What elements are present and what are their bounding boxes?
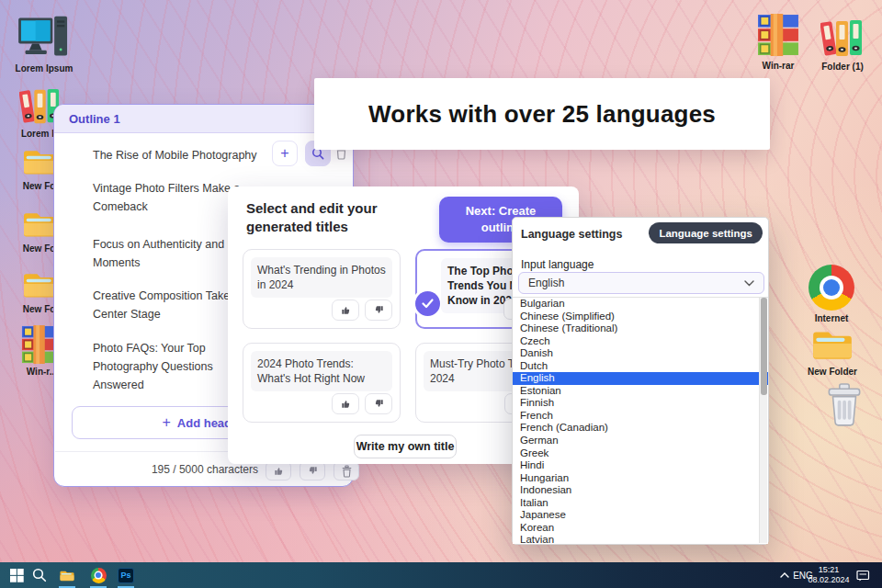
computer-icon [17,13,72,61]
desktop-icon-computer[interactable]: Lorem Ipsum [11,13,77,74]
search-icon [32,568,47,582]
taskbar-action-center[interactable] [853,562,873,588]
taskbar-clock[interactable]: 15:21 08.02.2024 [803,565,854,585]
desktop-icon-folder1-top[interactable]: Folder (1) [818,18,867,72]
language-option[interactable]: Japanese [513,509,768,522]
desktop-icon-recycle-bin[interactable] [823,382,865,432]
icon-label: Folder (1) [821,62,864,72]
taskbar-chrome[interactable] [88,562,108,588]
taskbar-show-hidden-icons[interactable] [777,562,792,588]
language-option[interactable]: Chinese (Traditional) [513,322,768,335]
language-option[interactable]: Hungarian [513,472,768,485]
language-option[interactable]: Latvian [513,534,768,544]
icon-label: Lorem Ipsum [16,63,74,74]
desktop-icon-new-folder-right[interactable]: New Folder [807,325,858,377]
plus-icon: + [162,415,170,430]
taskbar-time: 15:21 [803,565,854,575]
thumbs-up-icon [273,465,285,477]
windows-logo-icon [10,569,24,582]
taskbar-file-explorer[interactable] [57,562,77,588]
thumbs-up-button[interactable] [332,300,359,321]
trash-icon [341,465,353,478]
input-language-label: Input language [521,258,594,271]
language-option[interactable]: Bulgarian [513,298,768,311]
chevron-down-icon [744,280,754,287]
popup-title: Language settings [521,228,622,241]
title-card-text: 2024 Photo Trends: What's Hot Right Now [251,351,392,391]
taskbar: Ps ENG 15:21 08.02.2024 [0,562,882,588]
icon-label: New Folder [808,367,857,377]
outline-window-header[interactable]: Outline 1 [54,105,353,133]
thumbs-up-button[interactable] [332,393,359,414]
binders-icon [820,18,865,59]
outline-item[interactable]: The Rise of Mobile Photography [93,146,263,164]
language-option[interactable]: German [513,435,768,447]
photoshop-icon: Ps [118,568,134,583]
plus-icon: + [280,146,288,161]
language-option-selected[interactable]: English [513,372,768,385]
selected-language-value: English [528,277,564,289]
icon-label: Win-rar [763,61,795,71]
scrollbar-track[interactable] [759,298,767,543]
folder-icon [809,325,855,364]
add-item-button[interactable]: + [272,141,298,166]
languages-banner: Works with over 25 languages [314,78,770,150]
language-option[interactable]: Indonesian [513,484,768,497]
language-option[interactable]: Finnish [513,397,768,410]
character-counter: 195 / 5000 characters [54,463,258,476]
icon-label: Win-r.. [27,367,54,377]
folder-icon [59,569,75,582]
thumbs-down-icon [373,398,385,410]
taskbar-photoshop[interactable]: Ps [116,562,136,588]
chevron-up-icon [780,572,789,578]
language-options-list: Bulgarian Chinese (Simplified) Chinese (… [513,297,768,544]
title-card-text: What's Trending in Photos in 2024 [251,257,392,298]
thumbs-down-icon [307,465,319,477]
panel-heading: Select and edit your generated titles [246,199,444,236]
language-settings-button[interactable]: Language settings [649,222,763,243]
language-option[interactable]: Hindi [513,459,768,472]
language-settings-popup: Language settings Language settings Inpu… [512,217,769,545]
chrome-icon [91,568,107,583]
delete-outline-button[interactable] [334,461,359,481]
language-option[interactable]: Chinese (Simplified) [513,311,768,323]
title-card-1[interactable]: What's Trending in Photos in 2024 [243,249,401,329]
language-option[interactable]: Greek [513,447,768,460]
notification-icon [856,570,870,582]
outline-window-title: Outline 1 [69,112,120,126]
language-option[interactable]: Danish [513,347,768,360]
language-option[interactable]: French (Canadian) [513,422,768,435]
chrome-icon [808,265,854,311]
winrar-icon [757,12,799,58]
selected-check-icon [415,291,440,316]
desktop-icon-winrar-top[interactable]: Win-rar [755,12,801,71]
title-card-3[interactable]: 2024 Photo Trends: What's Hot Right Now [243,343,401,423]
trash-icon [823,382,865,428]
taskbar-date: 08.02.2024 [803,575,854,585]
icon-label: Internet [815,313,849,323]
thumbs-down-button[interactable] [300,461,325,481]
input-language-select[interactable]: English [518,272,764,294]
banner-text: Works with over 25 languages [368,100,716,129]
desktop-icon-internet[interactable]: Internet [807,265,856,323]
language-option[interactable]: Korean [513,522,768,535]
thumbs-down-icon [373,304,385,316]
scrollbar-thumb[interactable] [761,298,767,395]
language-option[interactable]: Czech [513,335,768,348]
language-option[interactable]: Dutch [513,360,768,373]
language-option[interactable]: French [513,410,768,423]
thumbs-down-button[interactable] [365,300,392,321]
taskbar-search-button[interactable] [29,562,50,588]
desktop: Lorem Ipsum Lorem Ip New Fol New Fol [0,0,882,588]
thumbs-up-icon [340,398,352,410]
start-button[interactable] [6,562,27,588]
thumbs-up-icon [340,304,352,316]
thumbs-down-button[interactable] [365,393,392,414]
language-option[interactable]: Estonian [513,385,768,398]
language-option[interactable]: Italian [513,497,768,510]
thumbs-up-button[interactable] [266,461,291,481]
write-own-title-button[interactable]: Write my own title [354,435,457,458]
